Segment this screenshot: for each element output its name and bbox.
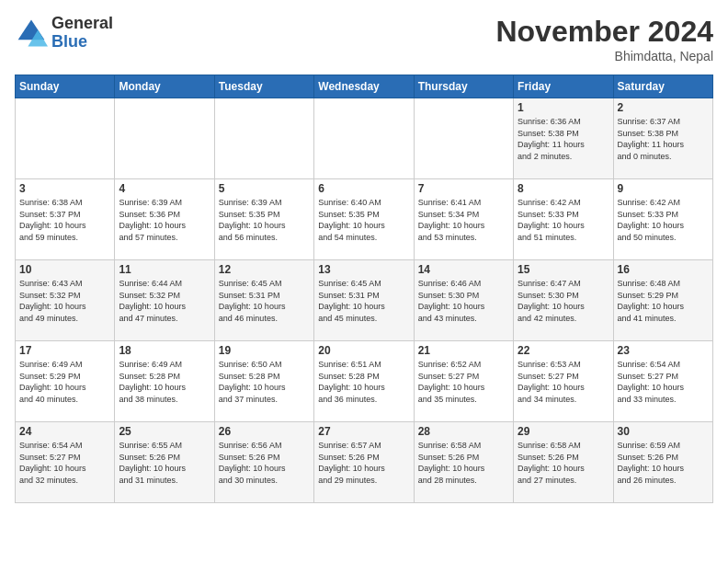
week-row-1: 1Sunrise: 6:36 AM Sunset: 5:38 PM Daylig…	[16, 98, 713, 179]
calendar-cell	[16, 98, 115, 179]
cell-info: Sunrise: 6:56 AM Sunset: 5:26 PM Dayligh…	[219, 440, 310, 486]
cell-info: Sunrise: 6:53 AM Sunset: 5:27 PM Dayligh…	[518, 359, 609, 405]
calendar-cell	[414, 98, 513, 179]
cell-info: Sunrise: 6:41 AM Sunset: 5:34 PM Dayligh…	[418, 197, 509, 243]
cell-info: Sunrise: 6:49 AM Sunset: 5:29 PM Dayligh…	[19, 359, 110, 405]
day-number: 22	[518, 344, 609, 357]
cell-info: Sunrise: 6:58 AM Sunset: 5:26 PM Dayligh…	[418, 440, 509, 486]
day-number: 13	[318, 263, 409, 276]
calendar-cell: 30Sunrise: 6:59 AM Sunset: 5:26 PM Dayli…	[613, 422, 712, 503]
cell-info: Sunrise: 6:45 AM Sunset: 5:31 PM Dayligh…	[318, 278, 409, 324]
calendar-cell: 13Sunrise: 6:45 AM Sunset: 5:31 PM Dayli…	[314, 260, 414, 341]
calendar-cell: 4Sunrise: 6:39 AM Sunset: 5:36 PM Daylig…	[115, 179, 214, 260]
calendar-cell	[314, 98, 414, 179]
calendar-cell: 22Sunrise: 6:53 AM Sunset: 5:27 PM Dayli…	[514, 341, 613, 422]
calendar-cell: 12Sunrise: 6:45 AM Sunset: 5:31 PM Dayli…	[214, 260, 313, 341]
day-header-friday: Friday	[514, 75, 613, 98]
logo-text: General Blue	[51, 15, 113, 52]
day-number: 20	[318, 344, 409, 357]
logo-icon	[15, 17, 48, 50]
calendar-cell: 20Sunrise: 6:51 AM Sunset: 5:28 PM Dayli…	[314, 341, 414, 422]
month-title: November 2024	[495, 15, 713, 49]
calendar-cell: 23Sunrise: 6:54 AM Sunset: 5:27 PM Dayli…	[613, 341, 712, 422]
calendar-cell: 28Sunrise: 6:58 AM Sunset: 5:26 PM Dayli…	[414, 422, 513, 503]
calendar-cell: 21Sunrise: 6:52 AM Sunset: 5:27 PM Dayli…	[414, 341, 513, 422]
day-number: 1	[518, 101, 609, 114]
calendar-cell: 19Sunrise: 6:50 AM Sunset: 5:28 PM Dayli…	[214, 341, 313, 422]
cell-info: Sunrise: 6:47 AM Sunset: 5:30 PM Dayligh…	[518, 278, 609, 324]
week-row-5: 24Sunrise: 6:54 AM Sunset: 5:27 PM Dayli…	[16, 422, 713, 503]
cell-info: Sunrise: 6:42 AM Sunset: 5:33 PM Dayligh…	[618, 197, 709, 243]
day-header-monday: Monday	[115, 75, 214, 98]
day-number: 26	[219, 425, 310, 438]
cell-info: Sunrise: 6:46 AM Sunset: 5:30 PM Dayligh…	[418, 278, 509, 324]
calendar-cell: 14Sunrise: 6:46 AM Sunset: 5:30 PM Dayli…	[414, 260, 513, 341]
calendar-cell: 9Sunrise: 6:42 AM Sunset: 5:33 PM Daylig…	[613, 179, 712, 260]
day-number: 30	[618, 425, 709, 438]
calendar-cell: 27Sunrise: 6:57 AM Sunset: 5:26 PM Dayli…	[314, 422, 414, 503]
day-number: 5	[219, 182, 310, 195]
day-number: 2	[618, 101, 709, 114]
cell-info: Sunrise: 6:58 AM Sunset: 5:26 PM Dayligh…	[518, 440, 609, 486]
calendar-cell	[115, 98, 214, 179]
day-number: 11	[119, 263, 210, 276]
cell-info: Sunrise: 6:52 AM Sunset: 5:27 PM Dayligh…	[418, 359, 509, 405]
day-number: 28	[418, 425, 509, 438]
day-header-thursday: Thursday	[414, 75, 513, 98]
calendar-cell: 8Sunrise: 6:42 AM Sunset: 5:33 PM Daylig…	[514, 179, 613, 260]
cell-info: Sunrise: 6:49 AM Sunset: 5:28 PM Dayligh…	[119, 359, 210, 405]
day-number: 24	[19, 425, 110, 438]
header-row: SundayMondayTuesdayWednesdayThursdayFrid…	[16, 75, 713, 98]
cell-info: Sunrise: 6:43 AM Sunset: 5:32 PM Dayligh…	[19, 278, 110, 324]
day-number: 16	[618, 263, 709, 276]
location: Bhimdatta, Nepal	[495, 49, 713, 63]
calendar-cell: 18Sunrise: 6:49 AM Sunset: 5:28 PM Dayli…	[115, 341, 214, 422]
week-row-4: 17Sunrise: 6:49 AM Sunset: 5:29 PM Dayli…	[16, 341, 713, 422]
day-header-sunday: Sunday	[16, 75, 115, 98]
day-number: 17	[19, 344, 110, 357]
day-number: 19	[219, 344, 310, 357]
calendar-cell: 26Sunrise: 6:56 AM Sunset: 5:26 PM Dayli…	[214, 422, 313, 503]
day-header-saturday: Saturday	[613, 75, 712, 98]
calendar: SundayMondayTuesdayWednesdayThursdayFrid…	[15, 75, 713, 503]
cell-info: Sunrise: 6:39 AM Sunset: 5:36 PM Dayligh…	[119, 197, 210, 243]
day-number: 4	[119, 182, 210, 195]
calendar-cell: 16Sunrise: 6:48 AM Sunset: 5:29 PM Dayli…	[613, 260, 712, 341]
calendar-cell: 29Sunrise: 6:58 AM Sunset: 5:26 PM Dayli…	[514, 422, 613, 503]
day-number: 14	[418, 263, 509, 276]
calendar-cell: 7Sunrise: 6:41 AM Sunset: 5:34 PM Daylig…	[414, 179, 513, 260]
calendar-cell: 17Sunrise: 6:49 AM Sunset: 5:29 PM Dayli…	[16, 341, 115, 422]
logo-general: General	[51, 15, 113, 33]
day-number: 27	[318, 425, 409, 438]
cell-info: Sunrise: 6:42 AM Sunset: 5:33 PM Dayligh…	[518, 197, 609, 243]
cell-info: Sunrise: 6:39 AM Sunset: 5:35 PM Dayligh…	[219, 197, 310, 243]
calendar-cell: 25Sunrise: 6:55 AM Sunset: 5:26 PM Dayli…	[115, 422, 214, 503]
calendar-cell: 24Sunrise: 6:54 AM Sunset: 5:27 PM Dayli…	[16, 422, 115, 503]
cell-info: Sunrise: 6:59 AM Sunset: 5:26 PM Dayligh…	[618, 440, 709, 486]
day-number: 3	[19, 182, 110, 195]
day-header-wednesday: Wednesday	[314, 75, 414, 98]
calendar-cell: 3Sunrise: 6:38 AM Sunset: 5:37 PM Daylig…	[16, 179, 115, 260]
cell-info: Sunrise: 6:55 AM Sunset: 5:26 PM Dayligh…	[119, 440, 210, 486]
calendar-cell: 11Sunrise: 6:44 AM Sunset: 5:32 PM Dayli…	[115, 260, 214, 341]
calendar-cell: 1Sunrise: 6:36 AM Sunset: 5:38 PM Daylig…	[514, 98, 613, 179]
calendar-cell	[214, 98, 313, 179]
page-header: General Blue November 2024 Bhimdatta, Ne…	[15, 15, 713, 63]
day-number: 8	[518, 182, 609, 195]
week-row-2: 3Sunrise: 6:38 AM Sunset: 5:37 PM Daylig…	[16, 179, 713, 260]
title-block: November 2024 Bhimdatta, Nepal	[495, 15, 713, 63]
cell-info: Sunrise: 6:54 AM Sunset: 5:27 PM Dayligh…	[19, 440, 110, 486]
cell-info: Sunrise: 6:37 AM Sunset: 5:38 PM Dayligh…	[618, 116, 709, 162]
logo: General Blue	[15, 15, 113, 52]
calendar-cell: 10Sunrise: 6:43 AM Sunset: 5:32 PM Dayli…	[16, 260, 115, 341]
cell-info: Sunrise: 6:36 AM Sunset: 5:38 PM Dayligh…	[518, 116, 609, 162]
cell-info: Sunrise: 6:50 AM Sunset: 5:28 PM Dayligh…	[219, 359, 310, 405]
day-number: 23	[618, 344, 709, 357]
day-number: 29	[518, 425, 609, 438]
cell-info: Sunrise: 6:38 AM Sunset: 5:37 PM Dayligh…	[19, 197, 110, 243]
day-number: 7	[418, 182, 509, 195]
calendar-cell: 5Sunrise: 6:39 AM Sunset: 5:35 PM Daylig…	[214, 179, 313, 260]
day-number: 25	[119, 425, 210, 438]
cell-info: Sunrise: 6:54 AM Sunset: 5:27 PM Dayligh…	[618, 359, 709, 405]
calendar-cell: 6Sunrise: 6:40 AM Sunset: 5:35 PM Daylig…	[314, 179, 414, 260]
